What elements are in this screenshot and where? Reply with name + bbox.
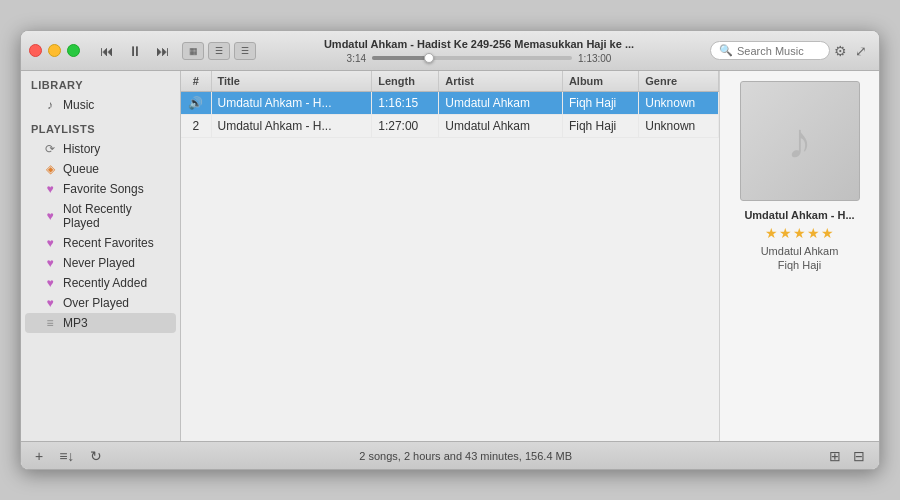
art-title: Umdatul Ahkam - H... <box>744 209 854 221</box>
sidebar-not-played-label: Not Recently Played <box>63 202 166 230</box>
sidebar-item-recent-favorites[interactable]: ♥ Recent Favorites <box>25 233 176 253</box>
sidebar-item-not-played[interactable]: ♥ Not Recently Played <box>25 199 176 233</box>
sidebar-item-music[interactable]: ♪ Music <box>25 95 176 115</box>
music-icon: ♪ <box>43 98 57 112</box>
row2-artist: Umdatul Ahkam <box>439 115 563 138</box>
grid-view-button[interactable]: ▦ <box>182 42 204 60</box>
app-window: ⏮ ⏸ ⏭ ▦ ☰ ☰ Umdatul Ahkam - Hadist Ke 24… <box>20 30 880 470</box>
row1-length: 1:16:15 <box>372 92 439 115</box>
sidebar-history-label: History <box>63 142 100 156</box>
sidebar-item-favorites[interactable]: ♥ Favorite Songs <box>25 179 176 199</box>
col-album[interactable]: Album <box>562 71 638 92</box>
queue-icon: ◈ <box>43 162 57 176</box>
next-button[interactable]: ⏭ <box>152 41 174 61</box>
star-rating[interactable]: ★★★★★ <box>765 225 835 241</box>
row2-length: 1:27:00 <box>372 115 439 138</box>
progress-area: Umdatul Ahkam - Hadist Ke 249-256 Memasu… <box>266 38 692 64</box>
sidebar-recently-added-label: Recently Added <box>63 276 147 290</box>
row2-title: Umdatul Ahkam - H... <box>211 115 372 138</box>
sidebar-recent-label: Recent Favorites <box>63 236 154 250</box>
playing-indicator: 🔊 <box>188 96 203 110</box>
columns-button[interactable]: ⊟ <box>849 446 869 466</box>
time-elapsed: 3:14 <box>347 53 366 64</box>
row2-num: 2 <box>181 115 211 138</box>
refresh-button[interactable]: ↻ <box>86 446 106 466</box>
sidebar-item-history[interactable]: ⟳ History <box>25 139 176 159</box>
table-row[interactable]: 2 Umdatul Ahkam - H... 1:27:00 Umdatul A… <box>181 115 719 138</box>
sidebar-item-recently-added[interactable]: ♥ Recently Added <box>25 273 176 293</box>
prev-button[interactable]: ⏮ <box>96 41 118 61</box>
sidebar-never-label: Never Played <box>63 256 135 270</box>
col-artist[interactable]: Artist <box>439 71 563 92</box>
sidebar: Library ♪ Music Playlists ⟳ History ◈ Qu… <box>21 71 181 441</box>
music-note-icon: ♪ <box>787 112 812 170</box>
row1-artist: Umdatul Ahkam <box>439 92 563 115</box>
maximize-button[interactable] <box>67 44 80 57</box>
search-input[interactable] <box>737 45 821 57</box>
statusbar-left: + ≡↓ ↻ <box>31 446 106 466</box>
row1-album: Fiqh Haji <box>562 92 638 115</box>
track-list: # Title Length Artist Album Genre 🔊 <box>181 71 719 441</box>
track-table: # Title Length Artist Album Genre 🔊 <box>181 71 719 138</box>
row1-title: Umdatul Ahkam - H... <box>211 92 372 115</box>
traffic-lights <box>29 44 80 57</box>
sidebar-item-over-played[interactable]: ♥ Over Played <box>25 293 176 313</box>
sort-button[interactable]: ≡↓ <box>55 446 78 466</box>
statusbar-right: ⊞ ⊟ <box>825 446 869 466</box>
recent-icon: ♥ <box>43 236 57 250</box>
art-album: Fiqh Haji <box>778 259 821 271</box>
sidebar-item-queue[interactable]: ◈ Queue <box>25 159 176 179</box>
col-num[interactable]: # <box>181 71 211 92</box>
sidebar-mp3-label: MP3 <box>63 316 88 330</box>
column-view-button[interactable]: ☰ <box>234 42 256 60</box>
list-view-button[interactable]: ☰ <box>208 42 230 60</box>
minimize-button[interactable] <box>48 44 61 57</box>
sidebar-item-never-played[interactable]: ♥ Never Played <box>25 253 176 273</box>
row2-genre: Unknown <box>639 115 719 138</box>
row2-album: Fiqh Haji <box>562 115 638 138</box>
art-artist: Umdatul Ahkam <box>761 245 839 257</box>
sidebar-over-played-label: Over Played <box>63 296 129 310</box>
never-icon: ♥ <box>43 256 57 270</box>
close-button[interactable] <box>29 44 42 57</box>
settings-button[interactable]: ⚙ <box>830 41 851 61</box>
sidebar-music-label: Music <box>63 98 94 112</box>
titlebar: ⏮ ⏸ ⏭ ▦ ☰ ☰ Umdatul Ahkam - Hadist Ke 24… <box>21 31 879 71</box>
sidebar-queue-label: Queue <box>63 162 99 176</box>
view-controls: ▦ ☰ ☰ <box>182 42 256 60</box>
library-section-title: Library <box>21 71 180 95</box>
progress-row: 3:14 1:13:00 <box>266 53 692 64</box>
search-box[interactable]: 🔍 <box>710 41 830 60</box>
row1-num: 🔊 <box>181 92 211 115</box>
progress-fill <box>372 56 428 60</box>
progress-bar[interactable] <box>372 56 572 60</box>
album-art: ♪ <box>740 81 860 201</box>
history-icon: ⟳ <box>43 142 57 156</box>
playlists-section-title: Playlists <box>21 115 180 139</box>
add-button[interactable]: + <box>31 446 47 466</box>
progress-knob[interactable] <box>424 53 434 63</box>
fullscreen-button[interactable]: ⤢ <box>851 41 871 61</box>
favorites-icon: ♥ <box>43 182 57 196</box>
main-content: Library ♪ Music Playlists ⟳ History ◈ Qu… <box>21 71 879 441</box>
play-pause-button[interactable]: ⏸ <box>124 41 146 61</box>
track-title: Umdatul Ahkam - Hadist Ke 249-256 Memasu… <box>324 38 634 50</box>
mp3-icon: ≡ <box>43 316 57 330</box>
col-length[interactable]: Length <box>372 71 439 92</box>
sidebar-item-mp3[interactable]: ≡ MP3 <box>25 313 176 333</box>
export-button[interactable]: ⊞ <box>825 446 845 466</box>
time-total: 1:13:00 <box>578 53 611 64</box>
sidebar-favorites-label: Favorite Songs <box>63 182 144 196</box>
row1-genre: Unknown <box>639 92 719 115</box>
over-played-icon: ♥ <box>43 296 57 310</box>
col-title[interactable]: Title <box>211 71 372 92</box>
table-row[interactable]: 🔊 Umdatul Ahkam - H... 1:16:15 Umdatul A… <box>181 92 719 115</box>
content-area: # Title Length Artist Album Genre 🔊 <box>181 71 719 441</box>
search-icon: 🔍 <box>719 44 733 57</box>
statusbar: + ≡↓ ↻ 2 songs, 2 hours and 43 minutes, … <box>21 441 879 469</box>
not-played-icon: ♥ <box>43 209 57 223</box>
transport-controls: ⏮ ⏸ ⏭ <box>96 41 174 61</box>
art-panel: ♪ Umdatul Ahkam - H... ★★★★★ Umdatul Ahk… <box>719 71 879 441</box>
recently-added-icon: ♥ <box>43 276 57 290</box>
col-genre[interactable]: Genre <box>639 71 719 92</box>
